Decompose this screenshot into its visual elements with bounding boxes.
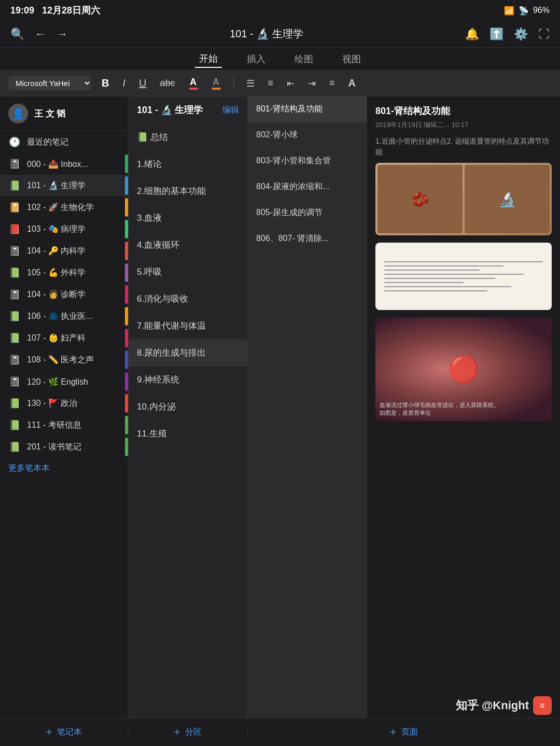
diagram-line [384,270,480,271]
section-item-4[interactable]: 4.血液循环 [129,232,247,259]
numbered-list-button[interactable]: ≡ [265,77,277,90]
office-logo: O [540,703,544,709]
section-item-0[interactable]: 📗 总结 [129,124,247,151]
notebook-icon-201: 📗 [8,441,21,453]
add-section-button[interactable]: + 分区 [129,726,248,738]
notebook-icon-105: 📗 [8,267,21,278]
section-list: 📗 总结1.绪论2.细胞的基本功能3.血液4.血液循环5.呼吸6.消化与吸收7.… [129,124,247,447]
section-item-5[interactable]: 5.呼吸 [129,259,247,286]
sidebar-item-104b[interactable]: 📓104 - 👩 诊断学 [0,284,128,305]
page-item-3[interactable]: 804-尿液的浓缩和... [248,174,367,200]
indent-right-button[interactable]: ⇥ [305,77,319,90]
page-item-2[interactable]: 803-肾小管和集合管 [248,148,367,174]
sidebar-item-000[interactable]: 📓000 - 📥 Inbox... [0,153,128,175]
sidebar-item-106[interactable]: 📗106 - 🧥 执业医... [0,305,128,327]
settings-icon[interactable]: ⚙️ [514,27,528,41]
page-item-0[interactable]: 801-肾结构及功能 [248,96,367,122]
indent-left-button[interactable]: ⇤ [284,77,298,90]
page-item-5[interactable]: 806、807- 肾清除... [248,226,367,252]
tab-draw[interactable]: 绘图 [290,51,317,67]
notebook-label-106: 106 - 🧥 执业医... [27,311,120,322]
add-notebook-button[interactable]: + 笔记本 [0,726,129,738]
sidebar-item-102[interactable]: 📔102 - 🚀 生物化学 [0,196,128,218]
notebook-label-130: 130 - 🚩 政治 [27,398,120,409]
section-item-6[interactable]: 6.消化与吸收 [129,286,247,313]
sidebar-item-130[interactable]: 📗130 - 🚩 政治 [0,392,128,414]
font-select[interactable]: Microsoft YaHei [8,76,91,90]
notebook-color-104b [125,285,128,304]
sections-title: 101 - 🔬 生理学 [137,104,203,116]
notebook-label-103: 103 - 🎭 病理学 [27,224,120,235]
sidebar-item-recent[interactable]: 🕐 最近的笔记 [0,131,128,153]
page-item-1[interactable]: 802-肾小球 [248,122,367,148]
note-title: 801-肾结构及功能 [375,105,552,117]
sidebar-item-120[interactable]: 📓120 - 🌿 English [0,371,128,392]
sidebar-item-107[interactable]: 📗107 - 👶 妇产科 [0,327,128,349]
forward-icon[interactable]: → [57,27,68,41]
sidebar: 👤 王 文 韬 🕐 最近的笔记 📓000 - 📥 Inbox...📗101 - … [0,96,129,718]
diagram-line [384,286,511,287]
toolbar-nav: 🔍 ← → [10,27,68,41]
note-edit: 编辑二... [424,121,450,129]
highlight-letter: A [213,77,219,88]
diagram-line [384,274,524,275]
notebook-label-104a: 104 - 🔑 内科学 [27,246,120,257]
notebook-color-201 [125,438,128,456]
sidebar-item-101[interactable]: 📗101 - 🔬 生理学 [0,175,128,196]
page-item-4[interactable]: 805-尿生成的调节 [248,200,367,226]
sidebar-item-201[interactable]: 📗201 - 读书笔记 [0,436,128,458]
bell-icon[interactable]: 🔔 [465,27,479,41]
align-button[interactable]: ≡ [326,77,338,90]
notebook-color-108 [125,350,128,369]
page-list: 801-肾结构及功能802-肾小球803-肾小管和集合管804-尿液的浓缩和..… [248,96,367,252]
plus-icon-notebook: + [46,726,52,738]
expand-icon[interactable]: ⛶ [538,27,550,41]
tab-view[interactable]: 视图 [338,51,365,67]
add-notebook-label: 笔记本 [57,727,82,738]
add-page-button[interactable]: + 页面 [248,726,560,738]
section-item-3[interactable]: 3.血液 [129,205,247,232]
note-text-1: 1.近曲小管的分泌特点2. 远端道显管的特点及其调节功能 [375,136,552,158]
section-item-10[interactable]: 10.内分泌 [129,393,247,420]
notebook-color-105 [125,263,128,282]
more-notebooks[interactable]: 更多笔本本 [0,458,128,479]
back-icon[interactable]: ← [35,27,46,41]
bullet-list-button[interactable]: ☰ [243,77,258,90]
section-item-7[interactable]: 7.能量代谢与体温 [129,313,247,340]
section-item-1[interactable]: 1.绪论 [129,151,247,178]
main-content: 👤 王 文 韬 🕐 最近的笔记 📓000 - 📥 Inbox...📗101 - … [0,96,560,718]
notebook-label-104b: 104 - 👩 诊断学 [27,289,120,300]
font-color-button[interactable]: A [186,76,201,91]
bio-caption-1: 血液流过肾小球毛细血管进出，进入尿路系统。 [380,401,499,409]
search-icon[interactable]: 🔍 [10,27,24,41]
sidebar-item-104a[interactable]: 📓104 - 🔑 内科学 [0,240,128,262]
sections-edit-button[interactable]: 编辑 [222,105,239,116]
section-item-8[interactable]: 8.尿的生成与排出 [129,340,247,367]
notebook-icon-106: 📗 [8,311,21,322]
section-item-9[interactable]: 9.神经系统 [129,367,247,393]
section-item-11[interactable]: 11.生殖 [129,420,247,447]
notebook-color-120 [125,372,128,391]
strikethrough-button[interactable]: abc [157,77,178,90]
sidebar-item-105[interactable]: 📗105 - 💪 外科学 [0,262,128,284]
underline-button[interactable]: U [136,76,149,90]
notebook-color-106 [125,307,128,326]
sidebar-item-111[interactable]: 📗111 - 考研信息 [0,414,128,436]
share-icon[interactable]: ⬆️ [489,27,503,41]
italic-button[interactable]: I [119,76,129,90]
bold-button[interactable]: B [99,76,112,90]
bio-caption-2: 如图是，皮质肾单位 [380,409,499,417]
more-format-button[interactable]: A [345,76,359,90]
tab-start[interactable]: 开始 [195,50,222,68]
highlight-button[interactable]: A [208,76,224,91]
sidebar-item-108[interactable]: 📓108 - ✏️ 医考之声 [0,349,128,371]
note-date: 2019年1月19日 [375,121,422,129]
notebook-color-104a [125,242,128,260]
section-item-2[interactable]: 2.细胞的基本功能 [129,178,247,205]
kidney-img-2: 🔬 [465,165,550,233]
sidebar-item-103[interactable]: 📕103 - 🎭 病理学 [0,218,128,240]
notebook-icon-102: 📔 [8,202,21,213]
notebook-icon-000: 📓 [8,158,21,170]
note-time: 10:17 [452,121,469,129]
tab-insert[interactable]: 插入 [243,51,270,67]
